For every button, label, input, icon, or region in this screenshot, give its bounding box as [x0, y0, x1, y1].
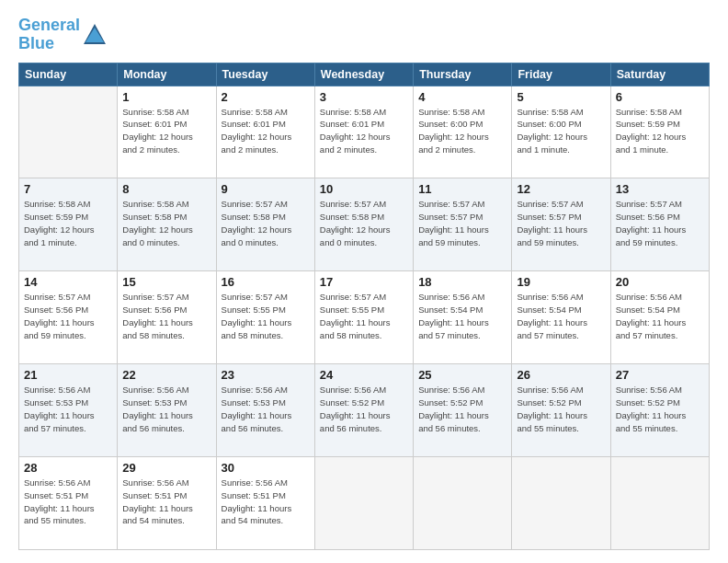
calendar-cell: 13Sunrise: 5:57 AMSunset: 5:56 PMDayligh… — [610, 178, 709, 271]
day-info: Sunrise: 5:57 AMSunset: 5:56 PMDaylight:… — [616, 198, 704, 248]
day-info: Sunrise: 5:58 AMSunset: 5:59 PMDaylight:… — [24, 198, 112, 248]
day-number: 15 — [122, 275, 210, 289]
day-number: 3 — [320, 90, 408, 104]
logo-text: General Blue — [18, 17, 80, 53]
logo-icon — [82, 22, 108, 48]
day-number: 29 — [122, 461, 210, 475]
calendar-cell: 23Sunrise: 5:56 AMSunset: 5:53 PMDayligh… — [216, 364, 314, 457]
day-number: 30 — [222, 461, 310, 475]
page: General Blue SundayMondayTuesdayWednesda… — [0, 0, 728, 563]
calendar-cell: 8Sunrise: 5:58 AMSunset: 5:58 PMDaylight… — [118, 178, 216, 271]
calendar-cell: 27Sunrise: 5:56 AMSunset: 5:52 PMDayligh… — [610, 364, 709, 457]
day-number: 19 — [517, 275, 605, 289]
calendar-cell — [610, 457, 709, 550]
calendar-cell: 9Sunrise: 5:57 AMSunset: 5:58 PMDaylight… — [216, 178, 314, 271]
calendar-cell — [414, 457, 512, 550]
day-number: 10 — [320, 182, 408, 196]
logo-general: General — [18, 16, 80, 34]
day-number: 4 — [418, 90, 506, 104]
logo: General Blue — [18, 17, 108, 53]
calendar-cell: 18Sunrise: 5:56 AMSunset: 5:54 PMDayligh… — [414, 271, 512, 364]
weekday-header-monday: Monday — [118, 63, 216, 86]
calendar-cell — [512, 457, 610, 550]
calendar-cell: 19Sunrise: 5:56 AMSunset: 5:54 PMDayligh… — [512, 271, 610, 364]
day-info: Sunrise: 5:58 AMSunset: 5:59 PMDaylight:… — [616, 106, 704, 156]
calendar-table: SundayMondayTuesdayWednesdayThursdayFrid… — [18, 63, 710, 550]
day-info: Sunrise: 5:56 AMSunset: 5:53 PMDaylight:… — [24, 384, 112, 434]
weekday-header-wednesday: Wednesday — [314, 63, 413, 86]
day-info: Sunrise: 5:56 AMSunset: 5:52 PMDaylight:… — [517, 384, 605, 434]
weekday-header-tuesday: Tuesday — [216, 63, 314, 86]
day-info: Sunrise: 5:56 AMSunset: 5:51 PMDaylight:… — [122, 477, 210, 527]
day-number: 26 — [517, 368, 605, 382]
calendar-cell: 21Sunrise: 5:56 AMSunset: 5:53 PMDayligh… — [19, 364, 118, 457]
day-info: Sunrise: 5:57 AMSunset: 5:56 PMDaylight:… — [122, 291, 210, 341]
day-number: 12 — [517, 182, 605, 196]
day-number: 13 — [616, 182, 704, 196]
day-info: Sunrise: 5:57 AMSunset: 5:58 PMDaylight:… — [320, 198, 408, 248]
day-number: 17 — [320, 275, 408, 289]
day-info: Sunrise: 5:58 AMSunset: 6:00 PMDaylight:… — [517, 106, 605, 156]
calendar-cell: 12Sunrise: 5:57 AMSunset: 5:57 PMDayligh… — [512, 178, 610, 271]
day-info: Sunrise: 5:56 AMSunset: 5:54 PMDaylight:… — [616, 291, 704, 341]
calendar-cell: 24Sunrise: 5:56 AMSunset: 5:52 PMDayligh… — [314, 364, 413, 457]
day-info: Sunrise: 5:58 AMSunset: 6:00 PMDaylight:… — [418, 106, 506, 156]
day-info: Sunrise: 5:56 AMSunset: 5:54 PMDaylight:… — [517, 291, 605, 341]
calendar-cell: 5Sunrise: 5:58 AMSunset: 6:00 PMDaylight… — [512, 86, 610, 178]
week-row-5: 28Sunrise: 5:56 AMSunset: 5:51 PMDayligh… — [19, 457, 710, 550]
day-info: Sunrise: 5:58 AMSunset: 6:01 PMDaylight:… — [320, 106, 408, 156]
day-number: 5 — [517, 90, 605, 104]
calendar-cell: 6Sunrise: 5:58 AMSunset: 5:59 PMDaylight… — [610, 86, 709, 178]
day-number: 24 — [320, 368, 408, 382]
calendar-cell: 3Sunrise: 5:58 AMSunset: 6:01 PMDaylight… — [314, 86, 413, 178]
day-info: Sunrise: 5:57 AMSunset: 5:57 PMDaylight:… — [517, 198, 605, 248]
day-info: Sunrise: 5:58 AMSunset: 5:58 PMDaylight:… — [122, 198, 210, 248]
day-number: 11 — [418, 182, 506, 196]
day-number: 9 — [222, 182, 310, 196]
day-number: 22 — [122, 368, 210, 382]
day-info: Sunrise: 5:56 AMSunset: 5:53 PMDaylight:… — [222, 384, 310, 434]
day-number: 18 — [418, 275, 506, 289]
calendar-cell: 4Sunrise: 5:58 AMSunset: 6:00 PMDaylight… — [414, 86, 512, 178]
svg-marker-1 — [85, 28, 104, 42]
day-info: Sunrise: 5:56 AMSunset: 5:53 PMDaylight:… — [122, 384, 210, 434]
calendar-cell: 16Sunrise: 5:57 AMSunset: 5:55 PMDayligh… — [216, 271, 314, 364]
weekday-header-saturday: Saturday — [610, 63, 709, 86]
calendar-cell: 22Sunrise: 5:56 AMSunset: 5:53 PMDayligh… — [118, 364, 216, 457]
header: General Blue — [18, 17, 710, 53]
weekday-header-friday: Friday — [512, 63, 610, 86]
day-number: 7 — [24, 182, 112, 196]
day-number: 8 — [122, 182, 210, 196]
day-info: Sunrise: 5:57 AMSunset: 5:55 PMDaylight:… — [222, 291, 310, 341]
day-info: Sunrise: 5:57 AMSunset: 5:56 PMDaylight:… — [24, 291, 112, 341]
day-number: 1 — [122, 90, 210, 104]
day-info: Sunrise: 5:56 AMSunset: 5:54 PMDaylight:… — [418, 291, 506, 341]
calendar-cell: 26Sunrise: 5:56 AMSunset: 5:52 PMDayligh… — [512, 364, 610, 457]
calendar-cell: 11Sunrise: 5:57 AMSunset: 5:57 PMDayligh… — [414, 178, 512, 271]
day-number: 2 — [222, 90, 310, 104]
week-row-2: 7Sunrise: 5:58 AMSunset: 5:59 PMDaylight… — [19, 178, 710, 271]
calendar-cell: 29Sunrise: 5:56 AMSunset: 5:51 PMDayligh… — [118, 457, 216, 550]
day-info: Sunrise: 5:58 AMSunset: 6:01 PMDaylight:… — [222, 106, 310, 156]
day-info: Sunrise: 5:57 AMSunset: 5:58 PMDaylight:… — [222, 198, 310, 248]
calendar-cell: 2Sunrise: 5:58 AMSunset: 6:01 PMDaylight… — [216, 86, 314, 178]
day-number: 28 — [24, 461, 112, 475]
calendar-cell — [314, 457, 413, 550]
day-number: 27 — [616, 368, 704, 382]
calendar-cell: 20Sunrise: 5:56 AMSunset: 5:54 PMDayligh… — [610, 271, 709, 364]
day-number: 25 — [418, 368, 506, 382]
week-row-4: 21Sunrise: 5:56 AMSunset: 5:53 PMDayligh… — [19, 364, 710, 457]
day-info: Sunrise: 5:56 AMSunset: 5:51 PMDaylight:… — [222, 477, 310, 527]
calendar-cell: 10Sunrise: 5:57 AMSunset: 5:58 PMDayligh… — [314, 178, 413, 271]
day-info: Sunrise: 5:56 AMSunset: 5:52 PMDaylight:… — [418, 384, 506, 434]
calendar-cell: 7Sunrise: 5:58 AMSunset: 5:59 PMDaylight… — [19, 178, 118, 271]
calendar-cell: 1Sunrise: 5:58 AMSunset: 6:01 PMDaylight… — [118, 86, 216, 178]
week-row-1: 1Sunrise: 5:58 AMSunset: 6:01 PMDaylight… — [19, 86, 710, 178]
day-number: 23 — [222, 368, 310, 382]
day-info: Sunrise: 5:57 AMSunset: 5:57 PMDaylight:… — [418, 198, 506, 248]
day-info: Sunrise: 5:56 AMSunset: 5:52 PMDaylight:… — [320, 384, 408, 434]
calendar-cell: 15Sunrise: 5:57 AMSunset: 5:56 PMDayligh… — [118, 271, 216, 364]
calendar-cell: 30Sunrise: 5:56 AMSunset: 5:51 PMDayligh… — [216, 457, 314, 550]
day-info: Sunrise: 5:57 AMSunset: 5:55 PMDaylight:… — [320, 291, 408, 341]
calendar-cell: 17Sunrise: 5:57 AMSunset: 5:55 PMDayligh… — [314, 271, 413, 364]
